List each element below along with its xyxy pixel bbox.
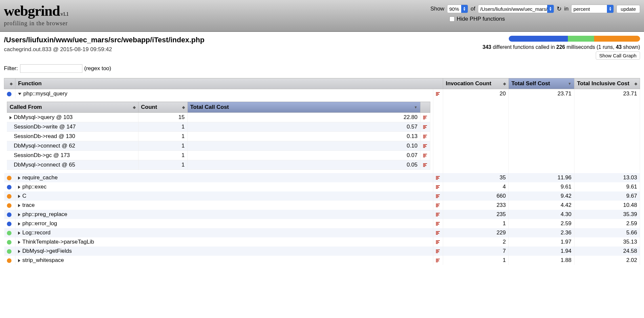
function-cell[interactable]: trace [15,201,433,210]
invocation-count: 1 [443,219,509,228]
sub-function-cell[interactable]: SessionDb->write @ 147 [7,122,138,132]
function-cell[interactable]: strip_whitespace [15,256,433,265]
show-percent-select[interactable]: 90% ▲▼ [447,5,468,13]
bars-icon[interactable] [436,194,440,198]
bars-icon[interactable] [436,231,440,235]
invocation-count: 229 [443,228,509,237]
type-dot-icon [7,258,11,263]
bars-icon[interactable] [423,125,427,129]
sub-function-cell[interactable]: SessionDb->read @ 130 [7,132,138,141]
function-cell[interactable]: C [15,191,433,201]
file-select[interactable]: /Users/liufuxin/www/uec_mars/s ▲▼ [478,5,554,13]
bars-icon[interactable] [423,116,427,119]
function-cell[interactable]: php::error_log [15,219,433,228]
content: /Users/liufuxin/www/uec_mars/src/webapp/… [0,32,644,265]
function-cell[interactable]: php::exec [15,182,433,191]
bars-icon[interactable] [423,144,427,148]
filter-label: Filter: [4,65,18,72]
invocation-count: 7 [443,247,509,256]
table-row: php::exec49.619.61 [4,182,640,191]
col-header-self-cost[interactable]: Total Self Cost▼ [509,78,574,89]
chevron-right-icon[interactable] [18,186,20,189]
sub-function-name: DbMysql->connect @ 62 [14,143,75,149]
col-header-incl-cost[interactable]: Total Inclusive Cost◆ [574,78,640,89]
bars-icon[interactable] [436,249,440,253]
function-cell[interactable]: php::preg_replace [15,210,433,219]
chevron-right-icon[interactable] [18,231,20,235]
function-name: require_cache [22,174,58,181]
function-cell[interactable]: require_cache [15,173,433,182]
sub-col-count[interactable]: Count◆ [138,102,187,113]
chevron-right-icon[interactable] [18,250,20,253]
update-button[interactable]: update [616,5,640,13]
bars-icon[interactable] [436,176,440,180]
incl-cost: 13.03 [574,173,640,182]
function-cell[interactable]: Log::record [15,228,433,237]
logo: webgrind v1.1 [4,3,68,19]
chevron-right-icon[interactable] [18,176,20,180]
sub-function-cell[interactable]: SessionDb->gc @ 173 [7,151,138,160]
function-cell[interactable]: php::mysql_query [15,89,433,99]
bars-icon[interactable] [436,185,440,189]
bars-icon[interactable] [436,222,440,226]
show-call-graph-button[interactable]: Show Call Graph [596,51,640,60]
function-cell[interactable]: DbMysql->getFields [15,247,433,256]
sub-count: 1 [138,160,187,170]
sub-bars-cell [420,141,430,151]
filter-input[interactable] [20,64,82,73]
bars-cell [433,237,443,247]
sub-cost: 0.05 [187,160,420,170]
chevron-right-icon[interactable] [18,195,20,198]
sub-count: 15 [138,113,187,122]
sub-count: 1 [138,151,187,160]
col-header-function[interactable]: Function [15,78,443,89]
chevron-right-icon[interactable] [10,116,12,119]
bars-icon[interactable] [436,240,440,244]
table-row: php::error_log12.592.59 [4,219,640,228]
function-name: strip_whitespace [22,257,64,263]
function-name: DbMysql->getFields [22,248,72,254]
bars-icon[interactable] [423,163,427,167]
sub-col-called-from[interactable]: Called From◆ [7,102,138,113]
chevron-right-icon[interactable] [18,204,20,207]
sub-function-cell[interactable]: DbMysql->connect @ 65 [7,160,138,170]
col-header-invocation[interactable]: Invocation Count◆ [443,78,509,89]
sort-desc-icon: ▼ [568,82,571,86]
chevron-right-icon[interactable] [18,241,20,244]
type-dot-cell [4,182,15,191]
chevron-right-icon[interactable] [18,213,20,216]
invocation-count: 235 [443,210,509,219]
bars-icon[interactable] [423,135,427,138]
sub-function-cell[interactable]: DbMysql->connect @ 62 [7,141,138,151]
self-cost: 11.96 [509,173,574,182]
type-dot-cell [4,228,15,237]
table-row: C6609.429.67 [4,191,640,201]
col-header-type[interactable]: ◆ [4,78,15,89]
bars-icon[interactable] [423,154,427,157]
bars-cell [433,191,443,201]
self-cost: 1.94 [509,247,574,256]
format-select[interactable]: percent ▲▼ [571,5,614,13]
table-row: Log::record2292.365.66 [4,228,640,237]
sub-col-cost[interactable]: Total Call Cost▼ [187,102,420,113]
type-dot-cell [4,89,15,99]
reload-icon[interactable]: ↻ [557,5,562,12]
bars-icon[interactable] [436,204,440,207]
bars-icon[interactable] [436,213,440,216]
hide-php-checkbox[interactable] [449,16,455,22]
incl-cost: 35.13 [574,237,640,247]
chevron-right-icon[interactable] [18,222,20,226]
bars-icon[interactable] [436,259,440,262]
show-label: Show [430,6,444,12]
chevron-right-icon[interactable] [18,259,20,262]
bars-icon[interactable] [436,92,440,96]
sub-col-bars [420,102,430,113]
chevron-updown-icon: ▲▼ [547,5,554,13]
function-cell[interactable]: ThinkTemplate->parseTagLib [15,237,433,247]
sort-icon: ◆ [634,82,637,86]
called-from-table: Called From◆Count◆Total Call Cost▼DbMysq… [7,102,430,170]
incl-cost: 5.66 [574,228,640,237]
chevron-down-icon[interactable] [18,93,21,95]
function-name: trace [22,202,35,208]
sub-function-cell[interactable]: DbMysql->query @ 103 [7,113,138,122]
